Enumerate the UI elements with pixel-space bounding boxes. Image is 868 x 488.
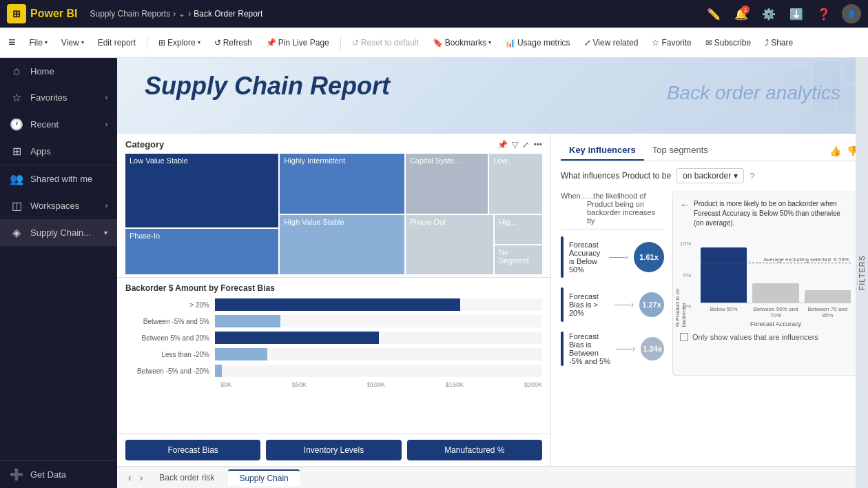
treemap-cell-hig[interactable]: Hig... <box>495 215 542 244</box>
only-show-row: Only show values that are influencers <box>680 333 851 341</box>
ki-bar-fill-0 <box>701 247 747 303</box>
chevron-down-icon: ▾ <box>104 229 107 236</box>
reset-label: Reset to default <box>361 38 419 48</box>
manufactured-pct-btn[interactable]: Manufactured % <box>407 440 542 460</box>
ki-table: When... ...the likelihood of Product bei… <box>561 192 858 376</box>
edit-icon-btn[interactable]: ✏️ <box>704 4 723 23</box>
chevron-right-icon2: › <box>105 121 107 128</box>
avatar[interactable]: 👤 <box>842 4 861 23</box>
treemap-expand-icon[interactable]: ⤢ <box>522 140 529 150</box>
treemap-cell-capitalsyste[interactable]: Capital Syste... <box>406 154 488 214</box>
sidebar-item-favorites[interactable]: ☆ Favorites › <box>0 84 117 111</box>
supply-icon: ◈ <box>10 226 23 239</box>
treemap-cell-lowvaluestable[interactable]: Low Value Stable <box>125 154 278 227</box>
refresh-label: Refresh <box>223 38 252 48</box>
treemap-more-icon[interactable]: ••• <box>533 140 542 150</box>
sidebar-item-recent[interactable]: 🕐 Recent › <box>0 111 117 138</box>
treemap-filter-icon[interactable]: ▽ <box>512 140 518 150</box>
help-btn[interactable]: ❓ <box>814 4 834 23</box>
menu-refresh[interactable]: ↺ Refresh <box>209 35 258 50</box>
menu-related[interactable]: ⤢ View related <box>579 35 644 50</box>
refresh-icon: ↺ <box>214 38 221 48</box>
sidebar-item-supply[interactable]: ◈ Supply Chain... ▾ <box>0 219 117 246</box>
tab-top-segments[interactable]: Top segments <box>644 141 716 161</box>
bar-fill-2 <box>215 332 379 344</box>
sidebar-recent-label: Recent <box>30 119 99 130</box>
ki-xlabel-0: Below 50% <box>701 306 747 318</box>
menu-subscribe[interactable]: ✉ Subscribe <box>700 35 756 50</box>
home-icon: ⌂ <box>10 65 23 77</box>
menu-reset[interactable]: ↺ Reset to default <box>347 35 424 50</box>
only-show-checkbox[interactable] <box>680 333 688 341</box>
menu-view[interactable]: View ▾ <box>56 35 90 50</box>
share-label: Share <box>771 38 793 48</box>
svg-rect-0 <box>813 61 840 89</box>
filters-panel[interactable]: FILTERS <box>856 58 868 488</box>
treemap-cell-phasein[interactable]: Phase-In <box>125 229 278 275</box>
bar-row-0: > 20% $46K <box>125 298 542 311</box>
forecast-bias-btn[interactable]: Forecast Bias <box>125 440 260 460</box>
bar-axis: $0K $50K $100K $150K $200K <box>220 381 542 388</box>
treemap-cell-low[interactable]: Low... <box>489 154 542 214</box>
help-circle-icon[interactable]: ? <box>750 171 754 181</box>
tab-supply-chain[interactable]: Supply Chain <box>228 469 299 486</box>
sidebar-item-getdata[interactable]: ➕ Get Data <box>0 461 117 488</box>
treemap-cell-phaseout[interactable]: Phase-Out <box>406 215 493 275</box>
panels-row: Category 📌 ▽ ⤢ ••• <box>117 134 868 466</box>
ki-chart-container: % Product is on backorder 10% 5% 0% <box>680 234 851 327</box>
ki-indicator-1 <box>561 287 564 322</box>
download-btn[interactable]: ⬇️ <box>787 4 806 23</box>
ki-value-0: 1.61x <box>639 253 659 261</box>
hamburger-icon[interactable]: ≡ <box>8 35 16 50</box>
ki-label-0: Forecast Accuracy is Below 50% <box>569 241 603 274</box>
menu-favorite[interactable]: ☆ Favorite <box>646 35 696 50</box>
ki-likelihood-label: ...the likelihood of Product being on ba… <box>587 192 664 225</box>
menu-share[interactable]: ⤴ Share <box>759 35 798 50</box>
action-buttons-row: Forecast Bias Inventory Levels Manufactu… <box>117 434 550 466</box>
breadcrumb-sep: › <box>173 9 176 19</box>
sidebar-home-label: Home <box>30 66 107 77</box>
nav-left-icon[interactable]: ‹ <box>125 472 134 483</box>
sidebar-item-home[interactable]: ⌂ Home <box>0 58 117 84</box>
breadcrumb-part1[interactable]: Supply Chain Reports <box>90 9 170 19</box>
ki-bubble-1: 1.27x <box>639 292 664 317</box>
nav-right-icon[interactable]: › <box>137 472 146 483</box>
ki-row-2[interactable]: Forecast Bias is Between -5% and 5% ——› … <box>561 332 664 366</box>
ki-row-0[interactable]: Forecast Accuracy is Below 50% ——› 1.61x <box>561 236 664 278</box>
ki-yaxis: 10% 5% 0% <box>680 241 691 309</box>
menu-bookmarks[interactable]: 🔖 Bookmarks ▾ <box>427 35 497 50</box>
bookmarks-label: Bookmarks <box>445 38 486 48</box>
bar-row-1: Between -5% and 5% $7K <box>125 315 542 327</box>
menu-explore[interactable]: ⊞ Explore ▾ <box>153 35 206 50</box>
menu-sep2 <box>340 36 341 50</box>
ki-row-1[interactable]: Forecast Bias is > 20% ——› 1.27x <box>561 287 664 322</box>
file-label: File <box>30 38 43 48</box>
bar-label-3: Less than -20% <box>125 351 215 358</box>
menu-edit[interactable]: Edit report <box>92 35 141 50</box>
treemap-cell-highlyintermittent[interactable]: Highly Intermittent <box>280 154 404 214</box>
thumbsup-icon[interactable]: 👍 <box>829 145 841 156</box>
ki-xlabel-1: Between 50% and 70% <box>752 306 798 318</box>
treemap-cell-highvaluestable[interactable]: High Value Stable <box>280 215 404 275</box>
menu-pin-live[interactable]: 📌 Pin Live Page <box>260 35 335 50</box>
breadcrumb-dropdown[interactable]: ⌄ <box>178 9 185 19</box>
logo: ⊞ Power BI <box>7 4 77 23</box>
menu-file[interactable]: File ▾ <box>24 35 53 50</box>
back-arrow-icon[interactable]: ← <box>680 199 690 210</box>
breadcrumb-sep2: › <box>188 9 191 19</box>
tab-key-influencers[interactable]: Key influencers <box>561 141 644 161</box>
sidebar-item-shared[interactable]: 👥 Shared with me <box>0 165 117 192</box>
menu-usage[interactable]: 📊 Usage metrics <box>499 35 576 50</box>
settings-btn[interactable]: ⚙️ <box>759 4 778 23</box>
edit-label: Edit report <box>98 38 136 48</box>
treemap-cell-nosegment[interactable]: No Segment <box>495 245 542 274</box>
tab-backorder-risk[interactable]: Back order risk <box>148 470 225 485</box>
notification-btn[interactable]: 🔔 1 <box>732 4 751 23</box>
influence-dropdown[interactable]: on backorder ▾ <box>676 168 744 183</box>
sidebar-item-apps[interactable]: ⊞ Apps <box>0 138 117 165</box>
treemap-pin-icon[interactable]: 📌 <box>497 140 508 150</box>
bottom-tabs-bar: ‹ › Back order risk Supply Chain <box>117 466 868 488</box>
treemap[interactable]: Low Value Stable Phase-In Highly Intermi… <box>125 154 542 274</box>
sidebar-item-workspaces[interactable]: ◫ Workspaces › <box>0 192 117 219</box>
inventory-levels-btn[interactable]: Inventory Levels <box>266 440 401 460</box>
